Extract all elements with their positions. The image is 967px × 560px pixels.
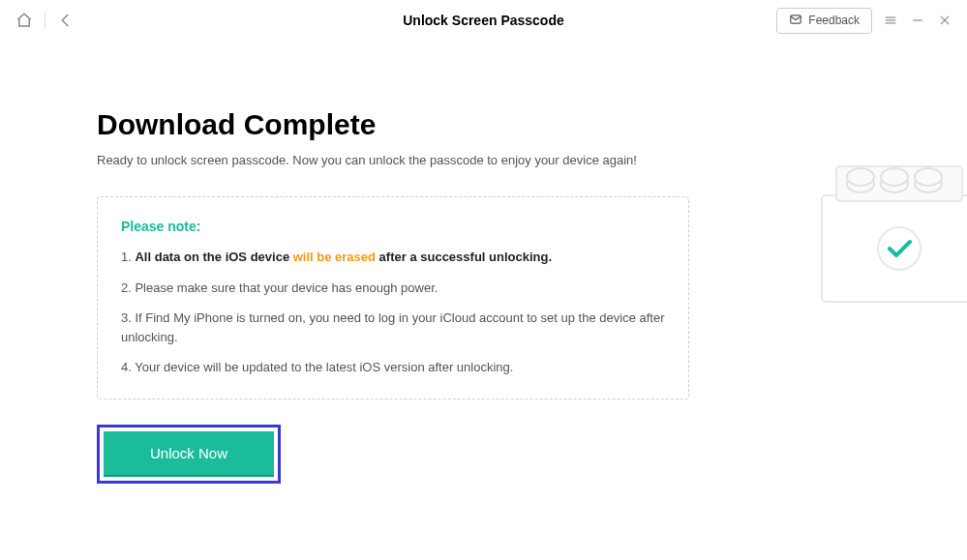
titlebar: Unlock Screen Passcode Feedback bbox=[0, 0, 967, 41]
mail-icon bbox=[789, 13, 802, 29]
note-1-suffix: after a successful unlocking. bbox=[376, 250, 552, 264]
back-icon[interactable] bbox=[55, 10, 76, 31]
feedback-label: Feedback bbox=[808, 14, 860, 27]
note-1-bold: All data on the iOS device bbox=[135, 250, 292, 264]
svg-point-14 bbox=[915, 168, 942, 186]
minimize-icon[interactable] bbox=[909, 12, 926, 29]
device-box-illustration bbox=[802, 137, 967, 311]
window-title: Unlock Screen Passcode bbox=[403, 13, 564, 28]
home-icon[interactable] bbox=[14, 10, 35, 31]
note-item-2: 2. Please make sure that your device has… bbox=[121, 279, 665, 298]
page-subtitle: Ready to unlock screen passcode. Now you… bbox=[97, 153, 870, 167]
main-content: Download Complete Ready to unlock screen… bbox=[0, 41, 967, 484]
note-item-3: 3. If Find My iPhone is turned on, you n… bbox=[121, 309, 665, 346]
divider bbox=[45, 12, 45, 29]
note-1-orange: will be erased bbox=[293, 250, 376, 264]
titlebar-right: Feedback bbox=[776, 8, 953, 34]
note-item-4: 4. Your device will be updated to the la… bbox=[121, 358, 665, 377]
button-highlight: Unlock Now bbox=[97, 425, 281, 484]
unlock-now-button[interactable]: Unlock Now bbox=[104, 431, 274, 477]
titlebar-left bbox=[14, 10, 76, 31]
note-item-1: 1. All data on the iOS device will be er… bbox=[121, 248, 665, 267]
svg-point-12 bbox=[847, 168, 874, 186]
menu-icon[interactable] bbox=[882, 12, 899, 29]
feedback-button[interactable]: Feedback bbox=[776, 8, 872, 34]
close-icon[interactable] bbox=[936, 12, 953, 29]
page-title: Download Complete bbox=[97, 108, 870, 141]
note-1-prefix: 1. bbox=[121, 250, 135, 264]
note-box: Please note: 1. All data on the iOS devi… bbox=[97, 196, 689, 399]
svg-point-15 bbox=[878, 227, 921, 270]
note-heading: Please note: bbox=[121, 219, 665, 234]
svg-point-13 bbox=[881, 168, 908, 186]
